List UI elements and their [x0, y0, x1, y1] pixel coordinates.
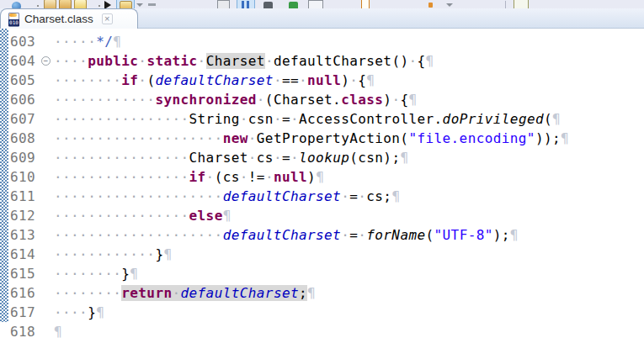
- line-number: 608: [8, 129, 40, 148]
- line-number: 604: [8, 51, 40, 71]
- fold-gutter: [40, 71, 54, 90]
- pilcrow-mark: ¶: [130, 266, 138, 282]
- code-text[interactable]: ····················defaultCharset·=·cs;…: [54, 187, 644, 206]
- step-filters-icon[interactable]: [308, 0, 323, 8]
- open-perspective-icon[interactable]: [514, 0, 529, 8]
- code-line: 608····················new·GetPropertyAc…: [8, 129, 644, 148]
- editor-tab-bar: 010 Charset.class ×: [0, 8, 644, 29]
- new-class-icon[interactable]: [361, 0, 370, 8]
- fold-collapse-icon[interactable]: −: [41, 56, 51, 66]
- fold-gutter: [40, 167, 54, 187]
- pause-icon[interactable]: [237, 0, 255, 8]
- resume-icon[interactable]: [289, 2, 298, 8]
- tab-charset-class[interactable]: 010 Charset.class ×: [0, 8, 138, 29]
- pilcrow-mark: ¶: [307, 285, 316, 301]
- pilcrow-mark: ¶: [400, 150, 408, 166]
- code-lines: 603·····*/¶604−····public·static·Charset…: [8, 32, 644, 338]
- save-icon[interactable]: [59, 0, 72, 8]
- code-text[interactable]: ············}¶: [54, 245, 644, 264]
- line-number: 616: [8, 283, 40, 303]
- line-number: 610: [8, 167, 40, 187]
- run-dropdown-icon[interactable]: [136, 3, 143, 7]
- code-line: 603·····*/¶: [8, 32, 644, 51]
- range-indicator-bar: [0, 29, 8, 322]
- line-number: 612: [8, 206, 40, 225]
- code-text[interactable]: ················String·csn·=·AccessContr…: [54, 109, 644, 129]
- fold-gutter: [40, 187, 54, 206]
- line-number: 607: [8, 109, 40, 129]
- code-line: 605········if·(defaultCharset·==·null)·{…: [8, 71, 644, 90]
- code-text[interactable]: ····················defaultCharset·=·for…: [54, 225, 644, 245]
- web-browser-icon[interactable]: [12, 2, 21, 8]
- code-text[interactable]: ················Charset·cs·=·lookup(csn)…: [54, 148, 644, 167]
- fold-gutter: [40, 90, 54, 109]
- code-text[interactable]: ········}¶: [54, 264, 644, 283]
- pilcrow-mark: ¶: [96, 304, 104, 320]
- code-line: 614············}¶: [8, 245, 644, 264]
- main-toolbar: [0, 0, 644, 8]
- fold-gutter: [40, 245, 54, 264]
- line-number: 617: [8, 303, 40, 322]
- code-text[interactable]: ····}¶: [54, 303, 644, 322]
- pilcrow-mark: ¶: [54, 324, 62, 338]
- fold-gutter: [40, 148, 54, 167]
- fold-gutter: −: [40, 51, 54, 71]
- fold-gutter: [40, 283, 54, 303]
- coverage-icon[interactable]: [217, 0, 230, 8]
- line-number: 611: [8, 187, 40, 206]
- code-line: 615········}¶: [8, 264, 644, 283]
- code-line: 609················Charset·cs·=·lookup(c…: [8, 148, 644, 167]
- code-text[interactable]: ········if·(defaultCharset·==·null)·{¶: [54, 71, 644, 90]
- code-text[interactable]: ¶: [54, 322, 644, 338]
- pilcrow-mark: ¶: [561, 130, 569, 146]
- pilcrow-mark: ¶: [408, 92, 417, 108]
- fold-gutter: [40, 264, 54, 283]
- new-wizard-icon[interactable]: [44, 0, 56, 8]
- line-number: 606: [8, 90, 40, 109]
- line-number: 613: [8, 225, 40, 245]
- toolbar-separator: [505, 1, 506, 8]
- external-tools-icon[interactable]: [148, 3, 156, 6]
- code-text[interactable]: ············synchronized·(Charset.class)…: [54, 90, 644, 109]
- pilcrow-mark: ¶: [426, 53, 434, 69]
- fold-gutter: [40, 129, 54, 148]
- overflow-dot-icon: [37, 5, 39, 7]
- line-number: 603: [8, 32, 40, 51]
- code-line: 612················else¶: [8, 206, 644, 225]
- pilcrow-mark: ¶: [163, 246, 172, 262]
- line-number: 615: [8, 264, 40, 283]
- code-line: 616········return·defaultCharset;¶: [8, 283, 644, 303]
- line-number: 614: [8, 245, 40, 264]
- line-number: 618: [8, 322, 40, 338]
- code-line: 617····}¶: [8, 303, 644, 322]
- code-text[interactable]: ····················new·GetPropertyActio…: [54, 129, 644, 148]
- code-line: 604−····public·static·Charset·defaultCha…: [8, 51, 644, 71]
- fold-gutter: [40, 322, 54, 338]
- class-file-icon: 010: [7, 13, 20, 26]
- code-editor[interactable]: 603·····*/¶604−····public·static·Charset…: [0, 29, 644, 338]
- code-text[interactable]: ····public·static·Charset·defaultCharset…: [54, 51, 644, 71]
- run-icon[interactable]: [116, 0, 135, 8]
- fold-gutter: [40, 225, 54, 245]
- annotation-icon[interactable]: [428, 3, 433, 8]
- fold-gutter: [40, 303, 54, 322]
- code-text[interactable]: ·····*/¶: [54, 32, 644, 51]
- debug-icon[interactable]: [104, 1, 111, 8]
- print-icon[interactable]: [74, 0, 87, 8]
- fold-gutter: [40, 206, 54, 225]
- code-text[interactable]: ················else¶: [54, 206, 644, 225]
- pilcrow-mark: ¶: [366, 72, 375, 88]
- code-line: 618¶: [8, 322, 644, 338]
- overflow-dot2-icon: [98, 5, 100, 7]
- code-text[interactable]: ········return·defaultCharset;¶: [54, 283, 644, 303]
- stop-icon[interactable]: [263, 2, 273, 8]
- code-line: 613····················defaultCharset·=·…: [8, 225, 644, 245]
- pilcrow-mark: ¶: [552, 111, 561, 127]
- code-text[interactable]: ················if·(cs·!=·null)¶: [54, 167, 644, 187]
- code-line: 606············synchronized·(Charset.cla…: [8, 90, 644, 109]
- pilcrow-mark: ¶: [223, 208, 232, 224]
- tab-title: Charset.class: [24, 13, 93, 25]
- search-dropdown-icon[interactable]: [446, 3, 453, 7]
- tab-close-icon[interactable]: ×: [102, 13, 113, 24]
- line-number: 605: [8, 71, 40, 90]
